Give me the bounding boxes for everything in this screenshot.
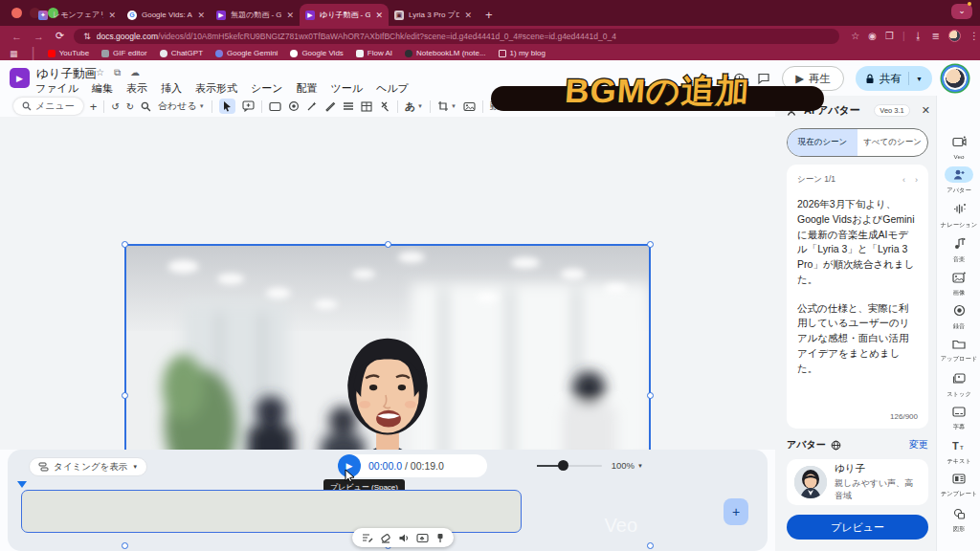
- zoom-slider-thumb[interactable]: [558, 460, 568, 471]
- avatar-card[interactable]: ゆり子 親しみやすい声、高音域: [787, 459, 928, 505]
- account-avatar[interactable]: [944, 67, 967, 90]
- profile-circle-icon[interactable]: ◉: [868, 31, 877, 41]
- resize-handle-n[interactable]: [385, 241, 391, 248]
- menu-view[interactable]: 表示: [126, 81, 147, 96]
- rail-item-ナレーション[interactable]: ナレーション: [937, 201, 980, 230]
- bookmark-star-icon[interactable]: ☆: [851, 31, 859, 41]
- tab-lyria-prompt[interactable]: ▣ Lyria 3 Pro プロンプト ✕: [389, 4, 478, 26]
- resize-handle-sw[interactable]: [122, 542, 128, 549]
- address-bar[interactable]: ⇅ docs.google.com/videos/d/10A8mH5kefcRU…: [74, 29, 839, 44]
- document-title[interactable]: ゆり子動画: [36, 66, 97, 82]
- tab-close-icon[interactable]: ✕: [375, 11, 383, 20]
- extensions-icon[interactable]: ❒: [885, 31, 894, 41]
- animate-tool-button[interactable]: [306, 100, 318, 112]
- playhead-marker[interactable]: [17, 481, 27, 488]
- bookmark-gemini[interactable]: Google Gemini: [215, 49, 278, 57]
- frame-tool-button[interactable]: [269, 101, 281, 112]
- back-icon[interactable]: ←: [11, 31, 22, 42]
- audio-icon[interactable]: [398, 533, 410, 543]
- menu-arrange[interactable]: 配置: [297, 81, 318, 96]
- vids-app-icon[interactable]: ▶: [10, 68, 30, 88]
- close-window-button[interactable]: [11, 8, 22, 18]
- bookmark-my-blog[interactable]: 1) my blog: [499, 49, 546, 57]
- bookmark-chatgpt[interactable]: ChatGPT: [160, 49, 203, 57]
- media-control-icon[interactable]: ≣: [932, 31, 940, 41]
- bookmark-flow-ai[interactable]: Flow AI: [356, 49, 392, 57]
- menu-file[interactable]: ファイル: [35, 81, 78, 96]
- rail-item-ストック[interactable]: ストック: [937, 370, 980, 399]
- add-comment-button[interactable]: [242, 100, 255, 112]
- bookmark-youtube[interactable]: YouTube: [48, 49, 89, 57]
- rail-item-字幕[interactable]: 字幕: [937, 404, 980, 431]
- tab-untitled-video[interactable]: ▶ 無題の動画 - Google Vids ✕: [211, 4, 300, 26]
- tab-close-icon[interactable]: ✕: [464, 11, 472, 20]
- laser-pointer-button[interactable]: [379, 100, 390, 112]
- resize-handle-e[interactable]: [647, 392, 654, 399]
- script-textarea[interactable]: 2026年3月下旬より、Google VidsおよびGeminiに最新の音楽生成…: [797, 197, 918, 376]
- menu-search-button[interactable]: メニュー: [13, 98, 83, 115]
- menu-tools[interactable]: ツール: [331, 81, 364, 96]
- timeline-clip[interactable]: [21, 490, 522, 533]
- replace-background-button[interactable]: [463, 101, 476, 112]
- menu-edit[interactable]: 編集: [92, 81, 113, 96]
- zoom-tool-button[interactable]: [141, 101, 151, 112]
- align-tool-button[interactable]: [343, 101, 354, 111]
- rail-item-テンプレート[interactable]: テンプレート: [937, 471, 980, 498]
- menu-format[interactable]: 表示形式: [195, 81, 237, 96]
- rail-item-テキスト[interactable]: Tтテキスト: [937, 437, 980, 466]
- edit-script-icon[interactable]: [362, 533, 373, 543]
- tab-yuriko-video-active[interactable]: ▶ ゆり子動画 - Google Vids ✕: [300, 4, 389, 26]
- tab-close-icon[interactable]: ✕: [108, 11, 116, 20]
- undo-button[interactable]: ↺: [111, 101, 119, 112]
- add-clip-button[interactable]: +: [724, 498, 748, 525]
- comment-icon[interactable]: [757, 72, 770, 85]
- show-timing-button[interactable]: タイミングを表示 ▼: [29, 457, 147, 476]
- chrome-menu-icon[interactable]: ⋮: [969, 31, 979, 41]
- resize-handle-se[interactable]: [647, 542, 654, 549]
- pen-tool-button[interactable]: [324, 100, 336, 112]
- bookmark-gif-editor[interactable]: GIF editor: [101, 49, 147, 57]
- rail-item-Veo[interactable]: Veo: [937, 134, 980, 160]
- select-tool-button[interactable]: [219, 99, 235, 114]
- zoom-slider[interactable]: [537, 465, 602, 467]
- close-panel-icon[interactable]: ✕: [922, 104, 930, 117]
- rail-item-アバター[interactable]: アバター: [937, 166, 980, 195]
- star-icon[interactable]: ☆: [96, 67, 104, 78]
- rail-item-アップロード[interactable]: アップロード: [937, 336, 980, 364]
- eraser-icon[interactable]: [380, 533, 391, 543]
- pin-icon[interactable]: [435, 533, 445, 543]
- tab-close-icon[interactable]: ✕: [286, 11, 294, 20]
- change-avatar-link[interactable]: 変更: [909, 438, 928, 452]
- new-tab-button[interactable]: +: [485, 4, 493, 26]
- tab-all-scenes[interactable]: すべてのシーン: [858, 129, 927, 156]
- tab-search-button[interactable]: ⌄: [951, 4, 972, 19]
- editor-canvas[interactable]: Veo: [0, 117, 775, 450]
- bookmark-notebooklm[interactable]: NotebookLM (note...: [405, 49, 485, 57]
- rail-item-音楽[interactable]: 音楽: [937, 235, 980, 264]
- rail-item-図形[interactable]: 図形: [937, 505, 980, 534]
- rail-item-画像[interactable]: 画像: [937, 269, 980, 298]
- next-scene-icon[interactable]: ›: [915, 175, 918, 185]
- table-tool-button[interactable]: [361, 101, 372, 112]
- menu-insert[interactable]: 挿入: [161, 81, 182, 96]
- resize-handle-ne[interactable]: [647, 241, 654, 248]
- mask-tool-button[interactable]: [288, 100, 300, 112]
- crop-dropdown[interactable]: ▼: [437, 100, 457, 112]
- resize-handle-nw[interactable]: [122, 241, 128, 248]
- site-info-icon[interactable]: ⇅: [83, 32, 91, 41]
- resize-handle-w[interactable]: [122, 392, 128, 399]
- menu-scene[interactable]: シーン: [251, 81, 283, 96]
- fit-zoom-dropdown[interactable]: 合わせる▼: [158, 99, 205, 113]
- rail-item-録音[interactable]: 録音: [937, 302, 980, 331]
- zoom-level-dropdown[interactable]: 100%▼: [612, 460, 643, 471]
- tab-current-scene[interactable]: 現在のシーン: [788, 129, 858, 156]
- prev-scene-icon[interactable]: ‹: [902, 175, 905, 185]
- reload-icon[interactable]: ⟳: [56, 30, 64, 42]
- browser-avatar[interactable]: [948, 30, 961, 42]
- apps-grid-icon[interactable]: ▦: [10, 49, 19, 58]
- share-dropdown-icon[interactable]: ▼: [916, 76, 923, 82]
- avatar-preview-button[interactable]: プレビュー: [787, 515, 928, 540]
- menu-help[interactable]: ヘルプ: [376, 81, 409, 96]
- bookmark-google-vids[interactable]: Google Vids: [290, 49, 343, 57]
- tab-close-icon[interactable]: ✕: [197, 11, 205, 20]
